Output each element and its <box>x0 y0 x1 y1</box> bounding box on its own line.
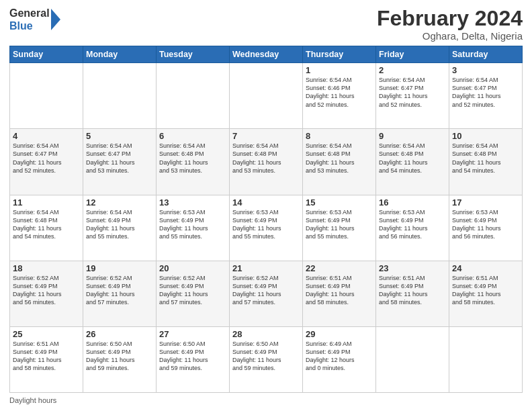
day-info: Sunrise: 6:54 AM Sunset: 6:48 PM Dayligh… <box>13 208 80 241</box>
logo: General Blue <box>9 7 64 32</box>
day-info: Sunrise: 6:54 AM Sunset: 6:48 PM Dayligh… <box>232 142 300 175</box>
day-info: Sunrise: 6:51 AM Sunset: 6:49 PM Dayligh… <box>379 274 446 307</box>
day-info: Sunrise: 6:54 AM Sunset: 6:48 PM Dayligh… <box>306 142 373 175</box>
day-info: Sunrise: 6:54 AM Sunset: 6:48 PM Dayligh… <box>379 142 446 175</box>
day-info: Sunrise: 6:53 AM Sunset: 6:49 PM Dayligh… <box>452 208 519 241</box>
day-number: 28 <box>232 329 300 339</box>
day-number: 1 <box>306 65 373 75</box>
calendar-cell: 14Sunrise: 6:53 AM Sunset: 6:49 PM Dayli… <box>230 195 303 261</box>
calendar-cell: 23Sunrise: 6:51 AM Sunset: 6:49 PM Dayli… <box>376 261 449 326</box>
calendar-cell: 10Sunrise: 6:54 AM Sunset: 6:48 PM Dayli… <box>449 129 523 195</box>
day-info: Sunrise: 6:52 AM Sunset: 6:49 PM Dayligh… <box>86 274 153 307</box>
calendar-cell: 19Sunrise: 6:52 AM Sunset: 6:49 PM Dayli… <box>83 261 157 326</box>
day-number: 6 <box>159 131 226 141</box>
calendar-cell: 26Sunrise: 6:50 AM Sunset: 6:49 PM Dayli… <box>83 326 157 392</box>
day-number: 10 <box>452 131 519 141</box>
day-header-thursday: Thursday <box>303 46 376 63</box>
day-number: 24 <box>452 263 519 273</box>
calendar-cell: 25Sunrise: 6:51 AM Sunset: 6:49 PM Dayli… <box>10 326 83 392</box>
day-info: Sunrise: 6:53 AM Sunset: 6:49 PM Dayligh… <box>306 208 373 241</box>
calendar-week-4: 18Sunrise: 6:52 AM Sunset: 6:49 PM Dayli… <box>10 261 523 326</box>
calendar-cell: 4Sunrise: 6:54 AM Sunset: 6:47 PM Daylig… <box>10 129 83 195</box>
calendar-week-2: 4Sunrise: 6:54 AM Sunset: 6:47 PM Daylig… <box>10 129 523 195</box>
calendar-cell: 15Sunrise: 6:53 AM Sunset: 6:49 PM Dayli… <box>303 195 376 261</box>
day-info: Sunrise: 6:54 AM Sunset: 6:47 PM Dayligh… <box>379 76 446 109</box>
calendar-week-3: 11Sunrise: 6:54 AM Sunset: 6:48 PM Dayli… <box>10 195 523 261</box>
day-info: Sunrise: 6:51 AM Sunset: 6:49 PM Dayligh… <box>13 340 80 373</box>
day-info: Sunrise: 6:54 AM Sunset: 6:47 PM Dayligh… <box>452 76 519 109</box>
calendar-cell: 16Sunrise: 6:53 AM Sunset: 6:49 PM Dayli… <box>376 195 449 261</box>
page: General Blue February 2024 Oghara, Delta… <box>0 0 532 411</box>
calendar-cell: 2Sunrise: 6:54 AM Sunset: 6:47 PM Daylig… <box>376 63 449 129</box>
calendar-cell: 17Sunrise: 6:53 AM Sunset: 6:49 PM Dayli… <box>449 195 523 261</box>
calendar-cell: 21Sunrise: 6:52 AM Sunset: 6:49 PM Dayli… <box>230 261 303 326</box>
day-info: Sunrise: 6:50 AM Sunset: 6:49 PM Dayligh… <box>159 340 226 373</box>
day-header-wednesday: Wednesday <box>230 46 303 63</box>
day-info: Sunrise: 6:54 AM Sunset: 6:49 PM Dayligh… <box>86 208 153 241</box>
calendar-cell: 27Sunrise: 6:50 AM Sunset: 6:49 PM Dayli… <box>157 326 230 392</box>
main-title: February 2024 <box>377 7 523 30</box>
day-number: 8 <box>306 131 373 141</box>
calendar-header: SundayMondayTuesdayWednesdayThursdayFrid… <box>10 46 523 63</box>
day-number: 14 <box>232 197 300 208</box>
calendar-cell: 22Sunrise: 6:51 AM Sunset: 6:49 PM Dayli… <box>303 261 376 326</box>
calendar-cell: 29Sunrise: 6:49 AM Sunset: 6:49 PM Dayli… <box>303 326 376 392</box>
subtitle: Oghara, Delta, Nigeria <box>377 30 523 42</box>
calendar-cell <box>230 63 303 129</box>
calendar-cell <box>10 63 83 129</box>
calendar-cell: 12Sunrise: 6:54 AM Sunset: 6:49 PM Dayli… <box>83 195 157 261</box>
daylight-label: Daylight hours <box>9 396 56 404</box>
calendar-week-5: 25Sunrise: 6:51 AM Sunset: 6:49 PM Dayli… <box>10 326 523 392</box>
calendar-week-1: 1Sunrise: 6:54 AM Sunset: 6:46 PM Daylig… <box>10 63 523 129</box>
logo-text-lines: General Blue <box>9 7 50 32</box>
calendar-cell: 18Sunrise: 6:52 AM Sunset: 6:49 PM Dayli… <box>10 261 83 326</box>
day-number: 17 <box>452 197 519 208</box>
day-header-sunday: Sunday <box>10 46 83 63</box>
day-number: 20 <box>159 263 226 273</box>
day-info: Sunrise: 6:54 AM Sunset: 6:47 PM Dayligh… <box>86 142 153 175</box>
day-info: Sunrise: 6:50 AM Sunset: 6:49 PM Dayligh… <box>86 340 153 373</box>
calendar-cell: 9Sunrise: 6:54 AM Sunset: 6:48 PM Daylig… <box>376 129 449 195</box>
day-info: Sunrise: 6:51 AM Sunset: 6:49 PM Dayligh… <box>306 274 373 307</box>
header: General Blue February 2024 Oghara, Delta… <box>9 7 523 42</box>
day-number: 4 <box>13 131 80 141</box>
day-number: 9 <box>379 131 446 141</box>
day-info: Sunrise: 6:52 AM Sunset: 6:49 PM Dayligh… <box>13 274 80 307</box>
calendar-cell <box>157 63 230 129</box>
day-info: Sunrise: 6:53 AM Sunset: 6:49 PM Dayligh… <box>159 208 226 241</box>
day-number: 5 <box>86 131 153 141</box>
day-number: 22 <box>306 263 373 273</box>
calendar-cell <box>376 326 449 392</box>
day-number: 11 <box>13 197 80 208</box>
logo-general-text: General <box>9 7 50 19</box>
day-number: 23 <box>379 263 446 273</box>
day-number: 27 <box>159 329 226 339</box>
calendar-cell: 1Sunrise: 6:54 AM Sunset: 6:46 PM Daylig… <box>303 63 376 129</box>
day-info: Sunrise: 6:51 AM Sunset: 6:49 PM Dayligh… <box>452 274 519 307</box>
day-number: 19 <box>86 263 153 273</box>
day-info: Sunrise: 6:54 AM Sunset: 6:47 PM Dayligh… <box>13 142 80 175</box>
calendar-cell: 8Sunrise: 6:54 AM Sunset: 6:48 PM Daylig… <box>303 129 376 195</box>
logo-blue-text: Blue <box>9 19 50 32</box>
day-number: 3 <box>452 65 519 75</box>
day-header-monday: Monday <box>83 46 157 63</box>
calendar-cell <box>83 63 157 129</box>
day-info: Sunrise: 6:53 AM Sunset: 6:49 PM Dayligh… <box>379 208 446 241</box>
day-header-saturday: Saturday <box>449 46 523 63</box>
calendar-cell: 28Sunrise: 6:50 AM Sunset: 6:49 PM Dayli… <box>230 326 303 392</box>
logo-arrow-icon <box>51 9 64 30</box>
calendar-cell: 3Sunrise: 6:54 AM Sunset: 6:47 PM Daylig… <box>449 63 523 129</box>
footer: Daylight hours <box>9 396 523 404</box>
day-number: 13 <box>159 197 226 208</box>
calendar-cell: 20Sunrise: 6:52 AM Sunset: 6:49 PM Dayli… <box>157 261 230 326</box>
title-block: February 2024 Oghara, Delta, Nigeria <box>377 7 523 42</box>
day-info: Sunrise: 6:54 AM Sunset: 6:48 PM Dayligh… <box>159 142 226 175</box>
day-info: Sunrise: 6:49 AM Sunset: 6:49 PM Dayligh… <box>306 340 373 373</box>
calendar-cell: 6Sunrise: 6:54 AM Sunset: 6:48 PM Daylig… <box>157 129 230 195</box>
logo-combined: General Blue <box>9 7 64 32</box>
day-number: 15 <box>306 197 373 208</box>
calendar-table: SundayMondayTuesdayWednesdayThursdayFrid… <box>9 46 523 393</box>
calendar-cell: 24Sunrise: 6:51 AM Sunset: 6:49 PM Dayli… <box>449 261 523 326</box>
day-number: 21 <box>232 263 300 273</box>
day-number: 7 <box>232 131 300 141</box>
